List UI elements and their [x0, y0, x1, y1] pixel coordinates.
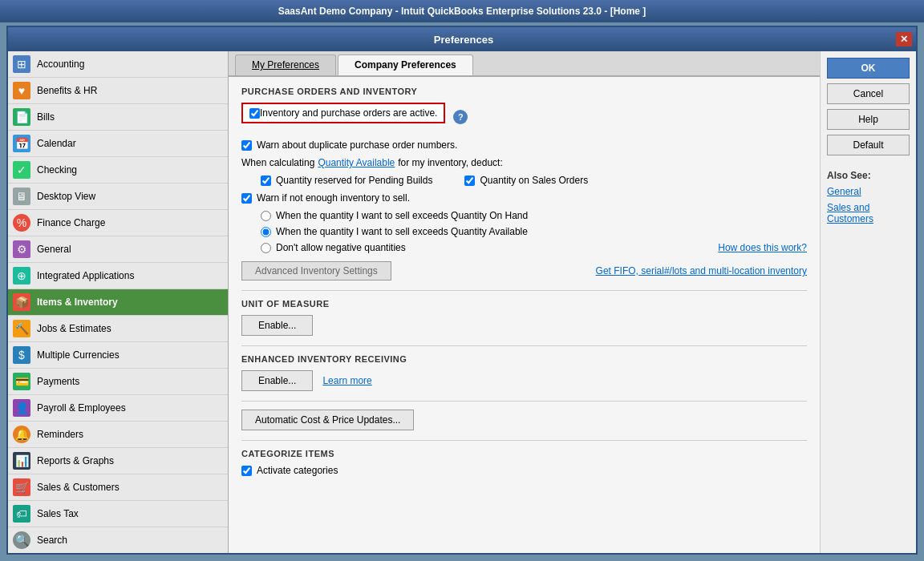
- divider2: [241, 345, 807, 346]
- sidebar: ⊞Accounting♥Benefits & HR📄Bills📅Calendar…: [8, 51, 229, 553]
- sidebar-item-salescust[interactable]: 🛒Sales & Customers: [8, 474, 228, 501]
- close-button[interactable]: ✕: [896, 32, 912, 46]
- reminders-icon: 🔔: [13, 426, 30, 443]
- sidebar-item-label-desktop: Desktop View: [37, 191, 95, 202]
- integrated-icon: ⊕: [13, 267, 30, 285]
- sidebar-item-checking[interactable]: ✓Checking: [8, 157, 228, 184]
- sidebar-item-label-finance: Finance Charge: [37, 217, 105, 228]
- for-inventory-text: for my inventory, deduct:: [398, 157, 503, 168]
- activate-categories-checkbox[interactable]: [241, 466, 252, 476]
- radio3-label: Don't allow negative quantities: [276, 242, 406, 253]
- sidebar-item-label-accounting: Accounting: [37, 59, 84, 70]
- sidebar-item-label-salestax: Sales Tax: [37, 508, 79, 519]
- sidebar-item-label-search: Search: [37, 535, 67, 546]
- quantity-available-link[interactable]: Quantity Available: [318, 157, 395, 168]
- advanced-row: Advanced Inventory Settings Get FIFO, se…: [241, 261, 807, 280]
- desktop-icon: 🖥: [13, 188, 30, 205]
- sidebar-item-jobs[interactable]: 🔨Jobs & Estimates: [8, 316, 228, 342]
- sidebar-item-label-calendar: Calendar: [37, 138, 76, 149]
- help-button[interactable]: Help: [827, 109, 910, 130]
- deduct-checkboxes: Quantity reserved for Pending Builds Qua…: [261, 175, 807, 186]
- content-body: PURCHASE ORDERS AND INVENTORY Inventory …: [229, 77, 820, 492]
- general-link[interactable]: General: [827, 186, 910, 197]
- radio2-row: When the quantity I want to sell exceeds…: [261, 226, 807, 237]
- sidebar-item-label-checking: Checking: [37, 164, 77, 176]
- also-see-label: Also See:: [827, 170, 910, 181]
- preferences-dialog: Preferences ✕ ⊞Accounting♥Benefits & HR📄…: [6, 26, 918, 555]
- sidebar-item-label-jobs: Jobs & Estimates: [37, 323, 111, 334]
- divider1: [241, 290, 807, 291]
- ok-button[interactable]: OK: [827, 58, 910, 79]
- when-calc-text: When calculating: [241, 157, 314, 168]
- auto-cost-button[interactable]: Automatic Cost & Price Updates...: [241, 410, 414, 430]
- inventory-icon: 📦: [13, 293, 30, 311]
- sidebar-item-label-payments: Payments: [37, 376, 79, 387]
- sidebar-item-finance[interactable]: %Finance Charge: [8, 210, 228, 236]
- sidebar-item-desktop[interactable]: 🖥Desktop View: [8, 184, 228, 210]
- default-button[interactable]: Default: [827, 135, 910, 155]
- sidebar-item-inventory[interactable]: 📦Items & Inventory: [8, 289, 228, 316]
- sidebar-item-general[interactable]: ⚙General: [8, 236, 228, 263]
- checkbox5-label: Warn if not enough inventory to sell.: [257, 192, 410, 204]
- sidebar-item-calendar[interactable]: 📅Calendar: [8, 131, 228, 157]
- sidebar-item-salestax[interactable]: 🏷Sales Tax: [8, 501, 228, 527]
- checkbox6-row: Activate categories: [241, 465, 807, 476]
- inventory-active-highlight: Inventory and purchase orders are active…: [241, 103, 445, 123]
- sidebar-item-label-currencies: Multiple Currencies: [37, 349, 120, 361]
- general-icon: ⚙: [13, 240, 30, 258]
- tabs-bar: My Preferences Company Preferences: [229, 51, 820, 77]
- sidebar-item-label-salescust: Sales & Customers: [37, 482, 120, 493]
- how-does-this-work-link[interactable]: How does this work?: [718, 242, 807, 253]
- sidebar-item-bills[interactable]: 📄Bills: [8, 104, 228, 131]
- radio-on-hand[interactable]: [261, 211, 271, 221]
- enable-unit-button[interactable]: Enable...: [241, 315, 313, 336]
- app-title-bar: SaasAnt Demo Company - Intuit QuickBooks…: [0, 0, 924, 22]
- right-panel: OK Cancel Help Default Also See: General…: [820, 51, 916, 553]
- inventory-active-checkbox[interactable]: [249, 108, 260, 119]
- checkbox2-row: Warn about duplicate purchase order numb…: [241, 139, 807, 151]
- radio-group: When the quantity I want to sell exceeds…: [261, 210, 807, 253]
- finance-icon: %: [13, 214, 30, 232]
- pending-builds-checkbox[interactable]: [261, 176, 271, 186]
- sidebar-item-accounting[interactable]: ⊞Accounting: [8, 51, 228, 78]
- sales-orders-checkbox[interactable]: [464, 176, 475, 186]
- enable-enhanced-button[interactable]: Enable...: [241, 370, 313, 391]
- dialog-title-bar: Preferences ✕: [8, 27, 916, 51]
- section1-title: PURCHASE ORDERS AND INVENTORY: [241, 87, 807, 96]
- sidebar-item-label-benefits: Benefits & HR: [37, 85, 97, 96]
- sidebar-item-payroll[interactable]: 👤Payroll & Employees: [8, 395, 228, 422]
- warn-inventory-checkbox[interactable]: [241, 193, 252, 204]
- sidebar-item-label-bills: Bills: [37, 111, 55, 123]
- duplicate-po-checkbox[interactable]: [241, 140, 252, 151]
- cancel-button[interactable]: Cancel: [827, 83, 910, 104]
- sidebar-item-label-reports: Reports & Graphs: [37, 455, 114, 466]
- main-content: My Preferences Company Preferences PURCH…: [229, 51, 820, 553]
- dialog-title: Preferences: [31, 34, 896, 46]
- tab-my-preferences[interactable]: My Preferences: [235, 54, 336, 75]
- sidebar-item-payments[interactable]: 💳Payments: [8, 369, 228, 395]
- sidebar-item-search[interactable]: 🔍Search: [8, 527, 228, 553]
- advanced-inventory-button[interactable]: Advanced Inventory Settings: [241, 261, 391, 280]
- checkbox4-row: Quantity on Sales Orders: [464, 175, 588, 186]
- radio2-label: When the quantity I want to sell exceeds…: [276, 226, 528, 237]
- sidebar-item-benefits[interactable]: ♥Benefits & HR: [8, 78, 228, 104]
- fifo-link[interactable]: Get FIFO, serial#/lots and multi-locatio…: [596, 265, 807, 276]
- checkbox1-container: Inventory and purchase orders are active…: [241, 103, 807, 131]
- checking-icon: ✓: [13, 161, 30, 179]
- sidebar-item-integrated[interactable]: ⊕Integrated Applications: [8, 263, 228, 289]
- salescust-icon: 🛒: [13, 478, 30, 496]
- app-title: SaasAnt Demo Company - Intuit QuickBooks…: [278, 6, 646, 17]
- sidebar-item-reports[interactable]: 📊Reports & Graphs: [8, 448, 228, 474]
- sidebar-item-currencies[interactable]: $Multiple Currencies: [8, 342, 228, 369]
- sidebar-item-reminders[interactable]: 🔔Reminders: [8, 422, 228, 448]
- radio-available[interactable]: [261, 227, 271, 237]
- unit-measure-row: Enable...: [241, 315, 807, 336]
- checkbox4-label: Quantity on Sales Orders: [480, 175, 588, 186]
- checkbox2-label: Warn about duplicate purchase order numb…: [257, 139, 457, 151]
- sales-customers-link[interactable]: Sales and Customers: [827, 202, 910, 224]
- currencies-icon: $: [13, 346, 30, 364]
- help-icon-button[interactable]: ?: [453, 110, 468, 124]
- tab-company-preferences[interactable]: Company Preferences: [338, 54, 473, 75]
- radio-no-negative[interactable]: [261, 243, 271, 253]
- learn-more-link[interactable]: Learn more: [322, 375, 371, 386]
